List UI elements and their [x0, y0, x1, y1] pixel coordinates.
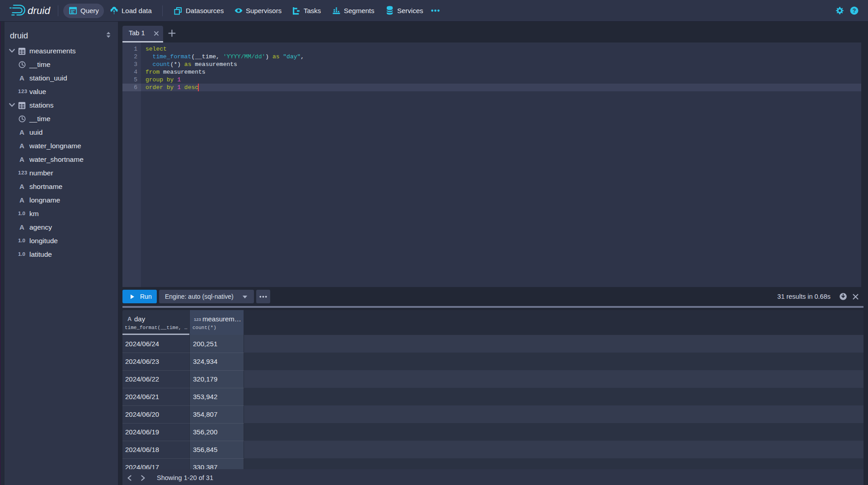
svg-text:?: ?: [853, 8, 856, 14]
